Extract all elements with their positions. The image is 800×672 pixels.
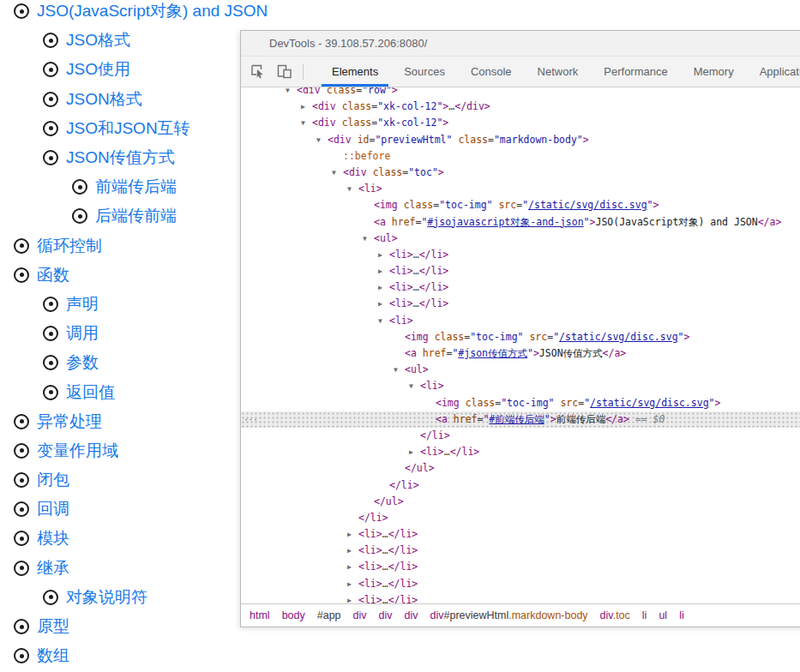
- tab-strip: ElementsSourcesConsoleNetworkPerformance…: [307, 57, 800, 87]
- expand-arrow-closed-icon[interactable]: ▶: [347, 526, 358, 543]
- tree-row[interactable]: ▼<div class="row">: [241, 87, 800, 99]
- toggle-device-toolbar-icon[interactable]: [274, 61, 296, 83]
- expand-arrow-closed-icon[interactable]: ▶: [347, 543, 358, 559]
- tree-row[interactable]: </ul>: [241, 460, 800, 477]
- expand-arrow-open-icon[interactable]: ▼: [316, 132, 328, 148]
- tree-row[interactable]: </li>: [241, 428, 800, 444]
- tab-performance[interactable]: Performance: [591, 57, 680, 87]
- row-overflow-menu-icon[interactable]: ···: [244, 411, 258, 427]
- toc-link[interactable]: 参数: [66, 351, 99, 374]
- toc-link[interactable]: 数组: [37, 645, 69, 667]
- tree-row[interactable]: </ul>: [241, 494, 800, 510]
- breadcrumb-item[interactable]: ul: [659, 609, 667, 621]
- toc-link[interactable]: JSO使用: [66, 58, 130, 81]
- expand-arrow-closed-icon[interactable]: ▶: [378, 263, 389, 279]
- expand-arrow-closed-icon[interactable]: ▶: [378, 247, 389, 263]
- tree-row[interactable]: ▼<li>: [241, 313, 800, 329]
- toc-link[interactable]: 回调: [37, 498, 69, 520]
- toc-link[interactable]: 闭包: [37, 469, 69, 491]
- toc-link[interactable]: 调用: [66, 322, 99, 345]
- tree-row[interactable]: ▼<div id="previewHtml" class="markdown-b…: [241, 132, 800, 148]
- tree-row[interactable]: <img class="toc-img" src="/static/svg/di…: [241, 395, 800, 411]
- expand-arrow-open-icon[interactable]: ▼: [394, 362, 405, 378]
- breadcrumb-item[interactable]: div: [379, 609, 393, 621]
- breadcrumb-item[interactable]: div: [405, 609, 418, 621]
- toc-link[interactable]: 函数: [37, 264, 69, 286]
- toc-item[interactable]: 数组: [0, 641, 800, 670]
- inspect-element-icon[interactable]: [246, 61, 268, 83]
- expand-arrow-closed-icon[interactable]: ▶: [378, 279, 389, 296]
- tree-row-selected[interactable]: <a href="#前端传后端">前端传后端</a> == $0···: [241, 411, 800, 428]
- tree-row[interactable]: <img class="toc-img" src="/static/svg/di…: [241, 197, 800, 213]
- breadcrumb-item[interactable]: #app: [317, 609, 341, 621]
- tab-network[interactable]: Network: [525, 57, 592, 87]
- tree-row[interactable]: ▶<li>…</li>: [241, 559, 800, 575]
- toc-link[interactable]: 声明: [66, 293, 99, 315]
- tree-row[interactable]: ▶<li>…</li>: [241, 543, 800, 559]
- breadcrumb-item[interactable]: html: [250, 609, 270, 621]
- tree-row[interactable]: ▼<ul>: [241, 362, 800, 378]
- toc-link[interactable]: 后端传前端: [95, 205, 177, 227]
- expand-arrow-closed-icon[interactable]: ▶: [301, 99, 312, 115]
- tree-row[interactable]: ▼<div class="toc">: [241, 165, 800, 181]
- expand-arrow-open-icon[interactable]: ▼: [286, 87, 297, 99]
- tree-row[interactable]: <a href="#json传值方式">JSON传值方式</a>: [241, 345, 800, 362]
- tree-row[interactable]: </li>: [241, 510, 800, 526]
- expand-arrow-closed-icon[interactable]: ▶: [409, 444, 420, 460]
- toc-link[interactable]: 模块: [37, 527, 69, 549]
- expand-arrow-open-icon[interactable]: ▼: [301, 115, 312, 131]
- breadcrumb-item[interactable]: div#previewHtml.markdown-body: [430, 609, 588, 621]
- expand-arrow-closed-icon[interactable]: ▶: [347, 559, 358, 575]
- toc-link[interactable]: 对象说明符: [66, 586, 147, 609]
- tree-row[interactable]: ▶<li>…</li>: [241, 296, 800, 312]
- tree-row[interactable]: ▶<li>…</li>: [241, 247, 800, 263]
- toc-link[interactable]: JSO(JavaScript对象) and JSON: [37, 0, 268, 22]
- toc-link[interactable]: 变量作用域: [37, 440, 118, 462]
- tree-row[interactable]: ▼<div class="xk-col-12">: [241, 115, 800, 131]
- toc-link[interactable]: JSON格式: [66, 88, 142, 111]
- tab-memory[interactable]: Memory: [681, 57, 747, 87]
- tab-application[interactable]: Application: [747, 57, 800, 87]
- tree-row[interactable]: ▼<li>: [241, 181, 800, 197]
- breadcrumb-item[interactable]: body: [282, 609, 305, 621]
- tree-row[interactable]: </li>: [241, 477, 800, 494]
- code-token: <li>: [358, 544, 382, 556]
- toc-link[interactable]: 循环控制: [37, 235, 102, 257]
- toc-link[interactable]: 继承: [37, 557, 69, 579]
- breadcrumb-item[interactable]: div: [353, 609, 367, 621]
- tree-row[interactable]: ▶<li>…</li>: [241, 526, 800, 543]
- tree-row[interactable]: ▼<li>: [241, 378, 800, 394]
- tab-elements[interactable]: Elements: [319, 57, 391, 87]
- toc-link[interactable]: JSO和JSON互转: [66, 117, 190, 140]
- toc-link[interactable]: 返回值: [66, 381, 115, 404]
- expand-arrow-closed-icon[interactable]: ▶: [378, 296, 389, 312]
- toc-link[interactable]: JSO格式: [66, 29, 130, 51]
- toc-link[interactable]: JSON传值方式: [66, 147, 175, 169]
- expand-arrow-open-icon[interactable]: ▼: [378, 313, 389, 329]
- tab-console[interactable]: Console: [458, 57, 525, 87]
- tree-row[interactable]: ▶<li>…</li>: [241, 444, 800, 460]
- expand-arrow-open-icon[interactable]: ▼: [409, 378, 420, 394]
- tree-row[interactable]: ▶<div class="xk-col-12">…</div>: [241, 99, 800, 115]
- tree-row[interactable]: ▶<li>…</li>: [241, 263, 800, 279]
- tree-row[interactable]: ▶<li>…</li>: [241, 576, 800, 592]
- toc-link[interactable]: 异常处理: [37, 411, 102, 433]
- tree-row[interactable]: <img class="toc-img" src="/static/svg/di…: [241, 329, 800, 345]
- toc-link[interactable]: 前端传后端: [95, 176, 177, 198]
- expand-arrow-open-icon[interactable]: ▼: [347, 181, 358, 197]
- toc-link[interactable]: 原型: [37, 615, 69, 638]
- expand-arrow-open-icon[interactable]: ▼: [332, 165, 343, 181]
- tab-sources[interactable]: Sources: [391, 57, 458, 87]
- tree-row[interactable]: ▶<li>…</li>: [241, 279, 800, 296]
- tree-row[interactable]: ▼<ul>: [241, 231, 800, 247]
- expand-arrow-closed-icon[interactable]: ▶: [347, 576, 358, 592]
- breadcrumb-item[interactable]: div.toc: [600, 609, 630, 621]
- expand-arrow-open-icon[interactable]: ▼: [363, 231, 374, 247]
- tree-row[interactable]: ::before: [241, 148, 800, 165]
- breadcrumb-item[interactable]: li: [679, 609, 684, 621]
- toc-item[interactable]: JSO(JavaScript对象) and JSON: [0, 0, 800, 26]
- tree-row[interactable]: <a href="#jsojavascript对象-and-json">JSO(…: [241, 214, 800, 231]
- breadcrumb-item[interactable]: li: [642, 609, 647, 621]
- tree-row[interactable]: ▶<li>…</li>: [241, 592, 800, 603]
- expand-arrow-closed-icon[interactable]: ▶: [347, 592, 358, 603]
